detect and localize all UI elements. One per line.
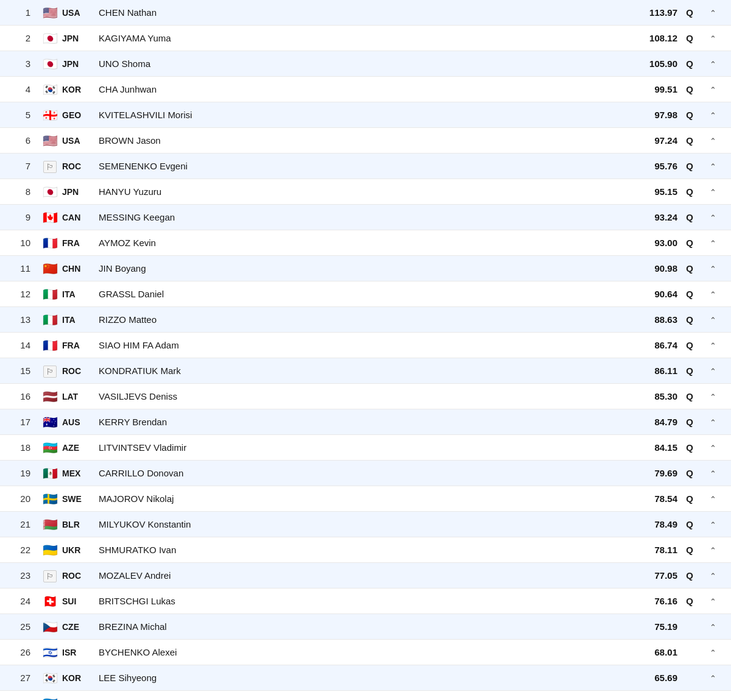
expand-button[interactable]: ⌃ (702, 213, 724, 222)
rank-cell: 8 (7, 186, 38, 197)
expand-button[interactable]: ⌃ (702, 494, 724, 504)
rank-cell: 15 (7, 366, 38, 376)
expand-button[interactable]: ⌃ (702, 187, 724, 197)
flag-cell: 🇧🇾 (38, 517, 62, 532)
flag-cell: 🇫🇷 (38, 338, 62, 353)
qual-cell: Q (677, 33, 702, 43)
name-cell: BREZINA Michal (99, 621, 616, 632)
flag-cell: 🏳 (38, 568, 62, 582)
country-cell: GEO (62, 110, 99, 120)
country-cell: SWE (62, 494, 99, 504)
expand-button[interactable]: ⌃ (702, 341, 724, 350)
qual-cell: Q (677, 263, 702, 274)
expand-button[interactable]: ⌃ (702, 520, 724, 529)
chevron-icon: ⌃ (710, 418, 716, 427)
table-row: 17 🇦🇺 AUS KERRY Brendan 84.79 Q ⌃ (0, 409, 731, 435)
table-row: 26 🇮🇱 ISR BYCHENKO Alexei 68.01 ⌃ (0, 640, 731, 665)
rank-cell: 20 (7, 493, 38, 504)
rank-cell: 12 (7, 289, 38, 299)
score-cell: 93.24 (616, 212, 677, 222)
expand-button[interactable]: ⌃ (702, 392, 724, 401)
expand-button[interactable]: ⌃ (702, 136, 724, 146)
flag-cell: 🇨🇭 (38, 594, 62, 609)
flag-cell: 🏳 (38, 159, 62, 173)
expand-button[interactable]: ⌃ (702, 366, 724, 376)
table-row: 8 🇯🇵 JPN HANYU Yuzuru 95.15 Q ⌃ (0, 179, 731, 205)
flag-cell: 🇸🇪 (38, 492, 62, 506)
flag-cell: 🇱🇻 (38, 389, 62, 404)
country-cell: CHN (62, 264, 99, 274)
name-cell: LITVINTSEV Vladimir (99, 442, 616, 453)
expand-button[interactable]: ⌃ (702, 238, 724, 248)
flag-cell: 🇫🇷 (38, 236, 62, 250)
flag-cell: 🇲🇽 (38, 466, 62, 481)
qual-cell: Q (677, 135, 702, 146)
chevron-icon: ⌃ (710, 597, 716, 606)
country-cell: ROC (62, 571, 99, 581)
flag-cell: 🇮🇹 (38, 287, 62, 302)
qual-cell: Q (677, 519, 702, 529)
chevron-icon: ⌃ (710, 290, 716, 299)
expand-button[interactable]: ⌃ (702, 264, 724, 274)
score-cell: 78.49 (616, 519, 677, 529)
table-row: 2 🇯🇵 JPN KAGIYAMA Yuma 108.12 Q ⌃ (0, 26, 731, 51)
country-cell: AUS (62, 417, 99, 427)
score-cell: 76.16 (616, 596, 677, 606)
expand-button[interactable]: ⌃ (702, 622, 724, 632)
chevron-icon: ⌃ (710, 674, 716, 683)
name-cell: KAGIYAMA Yuma (99, 33, 616, 43)
country-cell: KOR (62, 85, 99, 94)
score-cell: 75.19 (616, 621, 677, 632)
expand-button[interactable]: ⌃ (702, 110, 724, 120)
expand-button[interactable]: ⌃ (702, 59, 724, 69)
qual-cell: Q (677, 58, 702, 69)
expand-button[interactable]: ⌃ (702, 545, 724, 555)
qual-cell: Q (677, 468, 702, 478)
expand-button[interactable]: ⌃ (702, 443, 724, 453)
name-cell: MILYUKOV Konstantin (99, 519, 616, 529)
rank-cell: 4 (7, 84, 38, 94)
chevron-icon: ⌃ (710, 316, 716, 325)
expand-button[interactable]: ⌃ (702, 417, 724, 427)
rank-cell: 26 (7, 647, 38, 657)
flag-cell: 🇺🇸 (38, 133, 62, 148)
rank-cell: 3 (7, 58, 38, 69)
rank-cell: 6 (7, 135, 38, 146)
table-row: 5 🇬🇪 GEO KVITELASHVILI Morisi 97.98 Q ⌃ (0, 102, 731, 128)
table-row: 6 🇺🇸 USA BROWN Jason 97.24 Q ⌃ (0, 128, 731, 154)
expand-button[interactable]: ⌃ (702, 161, 724, 171)
table-row: 23 🏳 ROC MOZALEV Andrei 77.05 Q ⌃ (0, 563, 731, 589)
expand-button[interactable]: ⌃ (702, 648, 724, 657)
expand-button[interactable]: ⌃ (702, 289, 724, 299)
name-cell: SIAO HIM FA Adam (99, 340, 616, 350)
name-cell: CARRILLO Donovan (99, 468, 616, 478)
name-cell: LEE Sihyeong (99, 673, 616, 683)
expand-button[interactable]: ⌃ (702, 8, 724, 18)
name-cell: SHMURATKO Ivan (99, 545, 616, 555)
table-row: 15 🏳 ROC KONDRATIUK Mark 86.11 Q ⌃ (0, 358, 731, 384)
expand-button[interactable]: ⌃ (702, 596, 724, 606)
score-cell: 65.69 (616, 673, 677, 683)
rank-cell: 16 (7, 391, 38, 401)
table-row: 10 🇫🇷 FRA AYMOZ Kevin 93.00 Q ⌃ (0, 230, 731, 256)
chevron-icon: ⌃ (710, 213, 716, 222)
expand-button[interactable]: ⌃ (702, 315, 724, 325)
chevron-icon: ⌃ (710, 444, 716, 453)
expand-button[interactable]: ⌃ (702, 85, 724, 94)
table-row: 28 🇪🇪 EST SELEVKO Aleksandr 65.29 ⌃ (0, 691, 731, 700)
country-cell: FRA (62, 238, 99, 248)
qual-cell: Q (677, 84, 702, 94)
chevron-icon: ⌃ (710, 341, 716, 350)
table-row: 3 🇯🇵 JPN UNO Shoma 105.90 Q ⌃ (0, 51, 731, 77)
country-cell: FRA (62, 341, 99, 350)
expand-button[interactable]: ⌃ (702, 468, 724, 478)
chevron-icon: ⌃ (710, 162, 716, 171)
expand-button[interactable]: ⌃ (702, 673, 724, 683)
flag-cell: 🇺🇦 (38, 543, 62, 557)
country-cell: JPN (62, 34, 99, 43)
expand-button[interactable]: ⌃ (702, 571, 724, 581)
flag-cell: 🇰🇷 (38, 82, 62, 97)
expand-button[interactable]: ⌃ (702, 34, 724, 43)
name-cell: MAJOROV Nikolaj (99, 493, 616, 504)
chevron-icon: ⌃ (710, 546, 716, 555)
